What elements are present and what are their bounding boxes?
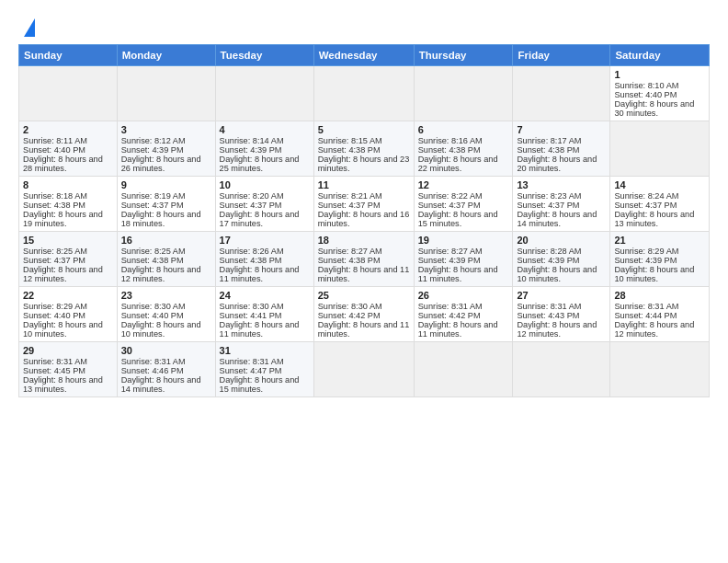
- sunrise-text: Sunrise: 8:31 AM: [517, 302, 581, 311]
- calendar-cell: 5Sunrise: 8:15 AMSunset: 4:38 PMDaylight…: [313, 121, 414, 177]
- sunset-text: Sunset: 4:37 PM: [318, 201, 381, 210]
- calendar-cell: 18Sunrise: 8:27 AMSunset: 4:38 PMDayligh…: [313, 232, 414, 287]
- calendar-header-thursday: Thursday: [414, 45, 513, 66]
- sunset-text: Sunset: 4:38 PM: [220, 256, 282, 265]
- daylight-text: Daylight: 8 hours and 15 minutes.: [220, 375, 300, 394]
- daylight-text: Daylight: 8 hours and 19 minutes.: [23, 210, 103, 228]
- day-number: 8: [23, 179, 113, 190]
- daylight-text: Daylight: 8 hours and 12 minutes.: [614, 320, 694, 339]
- calendar-cell: 8Sunrise: 8:18 AMSunset: 4:38 PMDaylight…: [19, 177, 118, 232]
- calendar-cell: 22Sunrise: 8:29 AMSunset: 4:40 PMDayligh…: [19, 287, 118, 342]
- calendar-cell: [610, 342, 710, 397]
- sunset-text: Sunset: 4:37 PM: [517, 201, 579, 210]
- calendar-cell: [610, 121, 710, 177]
- day-number: 19: [418, 235, 509, 246]
- day-number: 25: [318, 290, 410, 301]
- day-number: 9: [121, 179, 211, 190]
- sunrise-text: Sunrise: 8:23 AM: [517, 191, 581, 201]
- sunrise-text: Sunrise: 8:17 AM: [517, 136, 581, 145]
- daylight-text: Daylight: 8 hours and 11 minutes.: [220, 265, 300, 283]
- daylight-text: Daylight: 8 hours and 11 minutes.: [418, 265, 498, 283]
- empty-cell: [117, 66, 215, 121]
- calendar-cell: 12Sunrise: 8:22 AMSunset: 4:37 PMDayligh…: [414, 177, 513, 232]
- sunrise-text: Sunrise: 8:30 AM: [220, 302, 284, 311]
- calendar-cell: 16Sunrise: 8:25 AMSunset: 4:38 PMDayligh…: [117, 232, 215, 287]
- sunrise-text: Sunrise: 8:14 AM: [220, 136, 284, 145]
- sunset-text: Sunset: 4:38 PM: [318, 256, 381, 265]
- sunset-text: Sunset: 4:38 PM: [121, 256, 184, 265]
- sunset-text: Sunset: 4:38 PM: [517, 145, 579, 155]
- empty-cell: [19, 66, 118, 121]
- empty-cell: [414, 66, 513, 121]
- calendar-header-monday: Monday: [117, 45, 215, 66]
- day-number: 18: [318, 235, 410, 246]
- empty-cell: [215, 66, 313, 121]
- daylight-text: Daylight: 8 hours and 28 minutes.: [23, 155, 103, 173]
- calendar-cell: 28Sunrise: 8:31 AMSunset: 4:44 PMDayligh…: [610, 287, 710, 342]
- day-number: 24: [220, 290, 310, 301]
- sunrise-text: Sunrise: 8:25 AM: [23, 247, 87, 256]
- sunrise-text: Sunrise: 8:27 AM: [418, 247, 483, 256]
- day-number: 3: [121, 124, 211, 135]
- calendar-cell: 30Sunrise: 8:31 AMSunset: 4:46 PMDayligh…: [117, 342, 215, 397]
- sunset-text: Sunset: 4:45 PM: [23, 366, 85, 375]
- daylight-text: Daylight: 8 hours and 23 minutes.: [318, 155, 410, 173]
- daylight-text: Daylight: 8 hours and 11 minutes.: [418, 320, 498, 339]
- calendar-row: 29Sunrise: 8:31 AMSunset: 4:45 PMDayligh…: [19, 342, 710, 397]
- daylight-text: Daylight: 8 hours and 22 minutes.: [418, 155, 498, 173]
- empty-cell: [313, 66, 414, 121]
- day-number: 21: [614, 235, 705, 246]
- sunset-text: Sunset: 4:39 PM: [418, 256, 481, 265]
- sunset-text: Sunset: 4:37 PM: [220, 201, 282, 210]
- day-number: 20: [517, 235, 606, 246]
- day-number: 1: [614, 69, 705, 80]
- calendar-cell: 3Sunrise: 8:12 AMSunset: 4:39 PMDaylight…: [117, 121, 215, 177]
- daylight-text: Daylight: 8 hours and 25 minutes.: [220, 155, 300, 173]
- calendar-cell: 19Sunrise: 8:27 AMSunset: 4:39 PMDayligh…: [414, 232, 513, 287]
- day-number: 10: [220, 179, 310, 190]
- day-number: 23: [121, 290, 211, 301]
- empty-cell: [513, 66, 610, 121]
- calendar-cell: 6Sunrise: 8:16 AMSunset: 4:38 PMDaylight…: [414, 121, 513, 177]
- sunrise: Sunrise: 8:10 AM: [614, 81, 678, 90]
- calendar-cell: 9Sunrise: 8:19 AMSunset: 4:37 PMDaylight…: [117, 177, 215, 232]
- calendar-cell: 1Sunrise: 8:10 AMSunset: 4:40 PMDaylight…: [610, 66, 710, 121]
- calendar-cell: 7Sunrise: 8:17 AMSunset: 4:38 PMDaylight…: [513, 121, 610, 177]
- daylight-text: Daylight: 8 hours and 14 minutes.: [121, 375, 201, 394]
- daylight-text: Daylight: 8 hours and 12 minutes.: [23, 265, 103, 283]
- day-number: 5: [318, 124, 410, 135]
- day-number: 30: [121, 345, 211, 356]
- day-number: 29: [23, 345, 113, 356]
- sunrise-text: Sunrise: 8:28 AM: [517, 247, 581, 256]
- sunrise-text: Sunrise: 8:16 AM: [418, 136, 483, 145]
- day-number: 17: [220, 235, 310, 246]
- sunset-text: Sunset: 4:37 PM: [614, 201, 677, 210]
- sunset-text: Sunset: 4:39 PM: [614, 256, 677, 265]
- sunrise-text: Sunrise: 8:15 AM: [318, 136, 382, 145]
- calendar-cell: 15Sunrise: 8:25 AMSunset: 4:37 PMDayligh…: [19, 232, 118, 287]
- sunset-text: Sunset: 4:44 PM: [614, 311, 677, 320]
- sunrise-text: Sunrise: 8:21 AM: [318, 191, 382, 201]
- calendar-cell: 11Sunrise: 8:21 AMSunset: 4:37 PMDayligh…: [313, 177, 414, 232]
- day-number: 15: [23, 235, 113, 246]
- day-number: 11: [318, 179, 410, 190]
- day-number: 16: [121, 235, 211, 246]
- calendar-cell: 21Sunrise: 8:29 AMSunset: 4:39 PMDayligh…: [610, 232, 710, 287]
- calendar-row: 1Sunrise: 8:10 AMSunset: 4:40 PMDaylight…: [19, 66, 710, 121]
- sunrise-text: Sunrise: 8:30 AM: [318, 302, 382, 311]
- calendar-cell: 2Sunrise: 8:11 AMSunset: 4:40 PMDaylight…: [19, 121, 118, 177]
- logo-triangle-icon: [24, 18, 35, 37]
- calendar-cell: 20Sunrise: 8:28 AMSunset: 4:39 PMDayligh…: [513, 232, 610, 287]
- daylight-text: Daylight: 8 hours and 14 minutes.: [517, 210, 597, 228]
- calendar-header-sunday: Sunday: [19, 45, 118, 66]
- day-number: 7: [517, 124, 606, 135]
- daylight-text: Daylight: 8 hours and 11 minutes.: [318, 265, 410, 283]
- calendar-cell: 25Sunrise: 8:30 AMSunset: 4:42 PMDayligh…: [313, 287, 414, 342]
- sunset-text: Sunset: 4:40 PM: [23, 311, 85, 320]
- sunrise-text: Sunrise: 8:25 AM: [121, 247, 186, 256]
- day-number: 14: [614, 179, 705, 190]
- sunset-text: Sunset: 4:41 PM: [220, 311, 282, 320]
- day-number: 4: [220, 124, 310, 135]
- day-number: 2: [23, 124, 113, 135]
- sunrise-text: Sunrise: 8:31 AM: [23, 357, 87, 366]
